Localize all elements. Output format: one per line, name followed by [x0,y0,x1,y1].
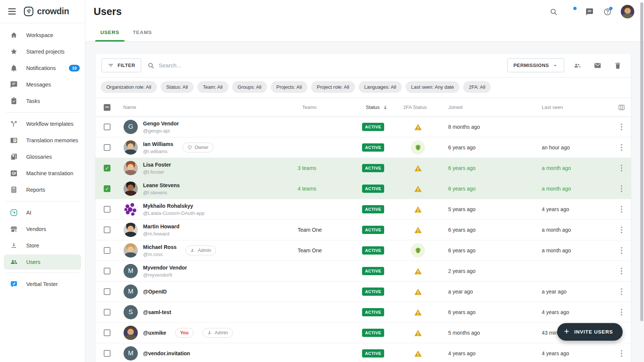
delete-icon [614,61,622,70]
search-input[interactable] [159,62,316,69]
sidebar-item-notifications[interactable]: Notifications10 [0,60,85,76]
tab-teams[interactable]: TEAMS [133,23,152,42]
sidebar-item-starred-projects[interactable]: Starred projects [0,43,85,60]
sidebar-header: crowdin [0,0,85,23]
row-checkbox[interactable]: ✓ [104,185,110,192]
row-menu-button[interactable] [615,347,628,360]
user-name[interactable]: Leane Stevens [143,182,180,189]
row-checkbox[interactable] [104,206,110,213]
user-username[interactable]: @OpenID [143,288,167,295]
user-name[interactable]: Myvendor Vendor [143,264,187,271]
teams-cell: 3 teams [298,165,361,171]
select-all-checkbox[interactable] [104,104,110,111]
account-avatar[interactable] [621,5,634,18]
row-menu-button[interactable] [615,265,628,277]
row-checkbox[interactable] [104,226,110,233]
page-scrollbar[interactable] [640,0,644,362]
sidebar-item-vendors[interactable]: Vendors [0,221,85,237]
row-menu-cell [612,285,631,298]
send-email-button[interactable] [590,58,605,73]
row-checkbox[interactable] [104,329,110,336]
row-menu-button[interactable] [615,121,628,133]
row-menu-button[interactable] [615,285,628,298]
row-checkbox[interactable] [104,144,110,151]
chat-button[interactable] [582,4,597,19]
row-menu-button[interactable] [615,182,628,195]
tab-users[interactable]: USERS [100,23,119,42]
delete-users-button[interactable] [611,58,625,73]
user-username: @m.howard [143,231,179,237]
sidebar-item-reports[interactable]: Reports [0,182,85,198]
row-checkbox[interactable] [104,288,110,295]
invite-users-button[interactable]: + INVITE USERS [557,323,623,341]
column-header-teams[interactable]: Teams [298,104,361,110]
filter-chip-team[interactable]: Team: All [197,81,228,93]
row-menu-button[interactable] [615,141,628,154]
teams-link[interactable]: Team One [298,247,322,253]
row-menu-button[interactable] [615,306,628,319]
notifications-bell-button[interactable] [564,4,579,19]
row-menu-button[interactable] [615,203,628,216]
filter-chip-status[interactable]: Status: All [161,81,194,93]
user-username[interactable]: @vendor.invitation [143,350,190,357]
user-username[interactable]: @saml-test [143,309,171,316]
crowdin-logo[interactable]: crowdin [24,6,69,16]
sidebar-item-translation-memories[interactable]: Translation memories [0,132,85,149]
user-name[interactable]: Ian Williams [143,141,173,147]
column-header-joined[interactable]: Joined [444,104,537,110]
row-checkbox[interactable] [104,247,110,254]
sidebar-item-ai[interactable]: AI [0,204,85,221]
teams-link[interactable]: 3 teams [298,165,316,171]
column-header-status[interactable]: Status [361,104,399,110]
user-name[interactable]: Lisa Foster [143,161,171,168]
status-cell: ACTIVE [361,267,399,275]
row-checkbox[interactable] [104,124,110,130]
column-header-last-seen[interactable]: Last seen [537,104,612,110]
permissions-button[interactable]: PERMISSIONS [507,58,564,72]
teams-link[interactable]: 4 teams [298,186,316,192]
user-username[interactable]: @uxmike [143,329,166,336]
sidebar-item-workflow-templates[interactable]: Workflow templates [0,116,85,132]
sidebar-item-users[interactable]: Users [4,255,81,270]
help-button[interactable] [600,4,615,19]
sidebar-item-glossaries[interactable]: Glossaries [0,149,85,165]
row-menu-button[interactable] [615,223,628,236]
sidebar-item-workspace[interactable]: Workspace [0,27,85,43]
sidebar-item-tasks[interactable]: Tasks [0,93,85,109]
filter-chip-groups[interactable]: Groups: All [232,81,267,93]
scrollbar-thumb[interactable] [640,2,643,321]
sidebar-item-store[interactable]: Store [0,237,85,254]
sidebar-item-machine-translation[interactable]: GMachine translation [0,165,85,182]
row-checkbox[interactable] [104,309,110,316]
filter-button[interactable]: FILTER [101,58,141,72]
filter-chip-organization-role[interactable]: Organization role: All [101,81,157,93]
filter-chip-languages[interactable]: Languages: All [359,81,402,93]
user-name[interactable]: Mykhailo Rohalskyy [143,203,204,209]
filter-chip-project-role[interactable]: Project role: All [311,81,355,93]
user-name[interactable]: Gengo Vendor [143,120,179,127]
row-menu-button[interactable] [615,162,628,174]
filter-chip-projects[interactable]: Projects: All [271,81,307,93]
filter-chip-2fa[interactable]: 2FA: All [463,81,491,93]
user-name-block: Michael Ross@m.ross [143,244,176,257]
user-name[interactable]: Michael Ross [143,244,176,250]
column-settings-button[interactable] [615,101,628,114]
user-username: @l.stevens [143,190,180,195]
row-menu-button[interactable] [615,244,628,257]
twofa-warning-icon [414,349,422,358]
user-name[interactable]: Martin Howard [143,223,179,230]
row-checkbox-cell [95,329,119,336]
row-checkbox[interactable] [104,350,110,357]
sidebar-item-messages[interactable]: Messages [0,76,85,93]
row-checkbox[interactable]: ✓ [104,165,110,171]
add-to-team-button[interactable] [570,58,584,73]
search-button[interactable] [546,4,561,19]
menu-toggle-button[interactable] [7,7,17,16]
column-header-2fa[interactable]: 2FA Status [399,104,444,110]
teams-link[interactable]: Team One [298,227,322,233]
row-checkbox[interactable] [104,268,110,274]
sidebar-item-verbal-tester[interactable]: Verbal Tester [0,276,85,292]
sidebar-nav: WorkspaceStarred projectsNotifications10… [0,23,85,296]
filter-chip-last-seen[interactable]: Last seen: Any date [405,81,459,93]
column-header-name[interactable]: Name [119,104,298,110]
